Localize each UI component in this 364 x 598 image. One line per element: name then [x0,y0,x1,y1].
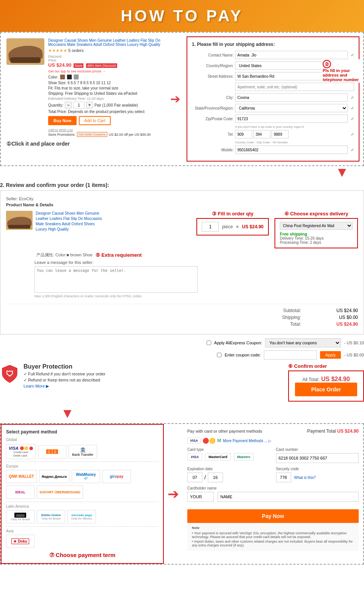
expiry-month-input[interactable] [187,472,202,482]
payment-right-header: Pay with card or other payment methods P… [187,428,359,434]
tel-label: Tel: [192,132,234,137]
wish-list-btn[interactable]: Add to Wish List [48,128,73,132]
add-to-cart-btn[interactable]: Add to Cart [79,116,111,125]
color-swatch-brown[interactable] [60,74,65,80]
qiwi-btn[interactable]: QIWI WALLET [6,470,37,483]
yandex-btn[interactable]: Яндекс.Деньги [39,470,69,483]
pay-now-btn[interactable]: Pay Now [187,509,359,523]
zip-input[interactable] [235,115,348,123]
mobile-label: Mobile: [192,148,234,152]
qty-decrease-btn[interactable]: − [65,102,72,108]
arrow-down-container: ▼ [0,164,364,180]
extra-req-label: ⑤ Extra requiement [96,252,142,258]
product-image [6,38,44,65]
ideal-btn[interactable]: iDEAL [6,485,35,499]
qty-increase-btn[interactable]: + [86,102,93,108]
mercado-text: mercado pago [71,513,92,517]
country-label: Country/Region: [192,64,234,68]
shield-icon: 🛡 [0,363,19,384]
asia-divider [6,526,158,527]
seller-coupon-btn[interactable]: Get Seller Coupons [77,132,107,137]
sale-tag: 48% Item Discount [86,63,117,68]
payment-total: Payment Total US $24.90 [307,428,359,434]
top-cards-row: VISA 🔴🟡 ⬤ Credit cardDebit card ||| ||| … [6,444,158,459]
color-swatch-black[interactable] [67,74,72,80]
buy-now-btn[interactable]: Buy Now [48,116,77,125]
credit-debit-label: Credit cardDebit card [13,450,28,457]
state-select[interactable]: California [235,104,348,112]
coupon-code-input[interactable] [264,350,317,359]
btn-row: Buy Now Add to Cart [48,116,162,125]
more-methods-link[interactable]: More Payment Methods ... ▷ [223,439,271,443]
tel-row: Tel: ✓ [192,130,354,138]
apt-input[interactable] [235,83,354,91]
coupon-discount-2: - US $0.00 [344,353,364,357]
holder-first-input[interactable] [187,492,214,502]
security-label: Security code [276,467,359,471]
mastercard-type-btn[interactable]: MasterCard [205,453,231,461]
security-col: Security code What is this? [276,467,359,482]
buyer-prot-text: Buyer Protection ✓ Full Refund if you do… [24,363,105,389]
arrow-down2-container: ▼ [0,405,364,421]
all-total-val: US $24.90 [321,376,350,382]
holder-last-input[interactable] [218,492,359,502]
city-label: City: [192,96,234,100]
visa-text: VISA [9,446,19,450]
learn-more-link[interactable]: Learn More ▶ [24,384,105,389]
buyer-prot-item-1: ✓ Full Refund if you don't receive your … [24,372,105,377]
security-row: What is this? [276,472,359,482]
note-item-1: • Your payment is secured with VeriSign … [192,531,354,539]
debito-btn[interactable]: Débito Online Only for Brazil [37,510,65,523]
expiry-year-input[interactable] [208,472,223,482]
contact-input[interactable] [235,51,348,59]
maestro-type-btn[interactable]: Maestro [234,453,254,461]
order-qty-input[interactable] [202,222,219,232]
tel-input-2[interactable] [253,130,270,138]
orange-bars: ||| ||| [46,449,58,454]
mercado-btn[interactable]: mercado pago Only for Mexico [67,510,96,523]
qty-input[interactable] [73,102,85,108]
tel-input-3[interactable] [271,130,289,138]
visa-mc-credit-btn[interactable]: VISA 🔴🟡 ⬤ Credit cardDebit card [6,444,36,459]
coupon-select[interactable]: You don't have any coupons [265,338,341,347]
card-num-label: Card number [276,447,359,452]
doku-btn[interactable]: ★ Doku [6,535,35,548]
webmoney-btn[interactable]: WebMoney 💎 [72,470,100,483]
qty-price-section: ③ Fill in order qty piece × US $24.90 [196,211,269,235]
color-row: Color: [48,74,162,80]
note-item-2: • Import duties, taxes and other customs… [192,540,354,547]
asia-label: Asia [6,529,158,533]
europe-label: Europe [6,464,158,468]
bank-transfer-btn[interactable]: 🏦 Bank Transfer [69,445,97,458]
enter-coupon-checkbox[interactable] [217,353,221,357]
bank-icon: 🏦 [80,447,86,453]
place-order-btn[interactable]: Place Order [295,383,357,396]
message-textarea[interactable] [35,266,198,293]
color-swatch-gray[interactable] [74,74,79,80]
mobile-input[interactable] [235,146,348,154]
sofort-btn[interactable]: SOFORT ÜBERWEISUNG [37,485,83,499]
contact-check: ✓ [351,53,354,58]
boleto-btn[interactable]: ||||||||||| Only for Brazil [6,510,35,523]
city-input[interactable] [235,93,348,102]
tel-input-1[interactable] [235,130,252,138]
apply-btn[interactable]: Apply [320,351,341,359]
delivery-select[interactable]: China Post Registered Air Mail [280,222,353,230]
shipping-panel: 1. Please fill in your shipping address:… [187,36,359,162]
what-is-this-link[interactable]: What is this? [294,476,316,480]
europe-grid: QIWI WALLET Яндекс.Деньги WebMoney 💎 gir… [6,470,158,499]
card-form: Card type VISA MasterCard Maestro [187,447,359,523]
shield-svg: 🛡 [1,364,18,383]
other-payment-btn[interactable]: ||| ||| [38,445,66,458]
visa-type-btn[interactable]: VISA [187,453,202,461]
giropay-btn[interactable]: giropay [102,470,131,483]
security-input[interactable] [276,472,291,482]
card-num-col: Card number [276,447,359,463]
all-total-label: All Total: [302,377,319,382]
card-number-input[interactable] [276,453,359,463]
coupon-checkbox[interactable] [207,341,211,345]
discount-label: Discount Price: [48,55,162,62]
extra-req-row: 产品属性: Color:■ brown Shoe ⑤ Extra requiem… [36,252,358,258]
step2-header: 2. Review and confirm your order (1 item… [0,182,364,188]
product-rating: ★★★★★ 5 orders [48,48,162,53]
